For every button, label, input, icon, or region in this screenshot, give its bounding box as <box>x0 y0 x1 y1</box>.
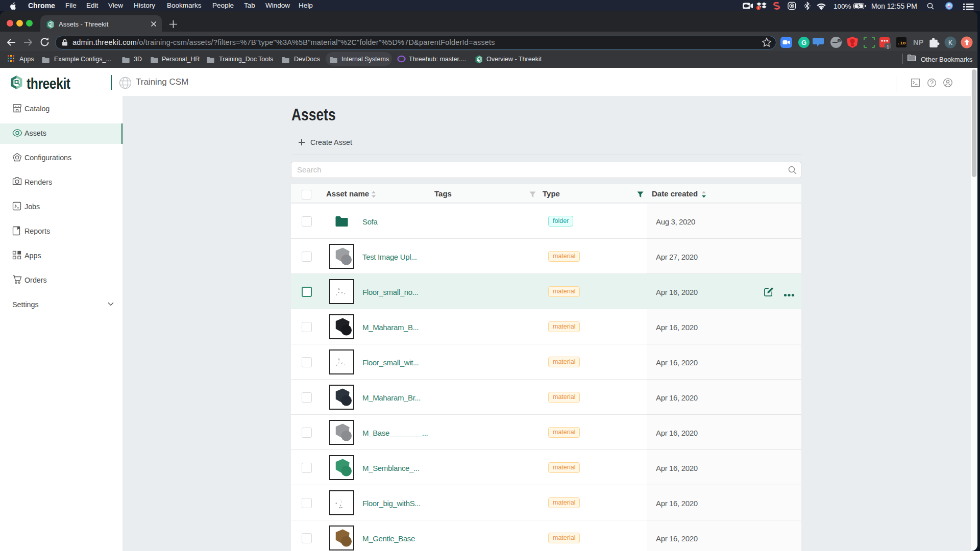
svg-text:c: c <box>839 39 840 42</box>
svg-text:K: K <box>948 39 952 46</box>
svg-text:G: G <box>801 39 806 46</box>
svg-text:100%: 100% <box>834 3 851 10</box>
svg-text:1: 1 <box>757 6 760 10</box>
svg-text:.io: .io <box>897 40 905 46</box>
svg-text:1: 1 <box>887 44 889 49</box>
svg-text:Mon 12:55 PM: Mon 12:55 PM <box>871 3 917 10</box>
svg-text:NP: NP <box>913 38 923 46</box>
